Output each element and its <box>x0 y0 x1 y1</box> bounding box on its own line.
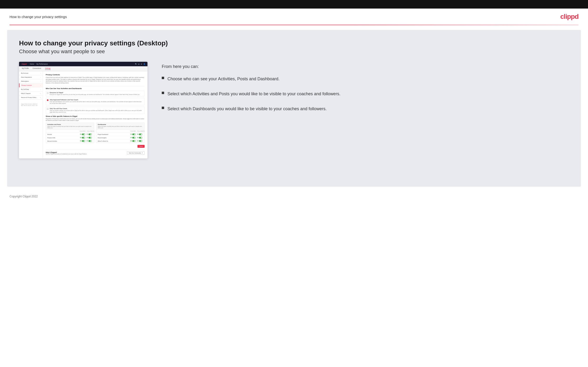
mock-row-workOn-coach-toggle: ON <box>130 140 136 142</box>
mock-row-manual-label: Manual Activities <box>47 140 79 142</box>
bullet-item-1: Choose who can see your Activities, Post… <box>162 76 569 82</box>
mock-sidebar-golfbag-label: My Golf Bag <box>21 89 29 90</box>
external-link-icon: ↗ <box>40 97 41 98</box>
mock-subnav: My Profile Connections Settings <box>19 66 147 71</box>
bullet-item-2: Select which Activities and Posts you wo… <box>162 91 569 97</box>
mock-community-button[interactable]: Visit Our Community ↗ <box>127 151 145 155</box>
mock-save-row: Save <box>46 145 145 148</box>
mock-dashboards-row-player: Player Dashboard ON ON <box>96 133 144 136</box>
bullet-text-1: Choose who can see your Activities, Post… <box>167 76 279 82</box>
mock-search-icon: 🔍 <box>135 63 137 65</box>
mock-settings-icon: ⚙ <box>141 63 142 65</box>
mock-body: My Account › Data Integrations › Subscri… <box>19 71 147 158</box>
bullet-square-2 <box>162 92 164 94</box>
mock-row-rounds-coach-toggle: ON <box>79 133 86 135</box>
chevron-right-icon: › <box>40 76 41 78</box>
mock-row-workOn-follower-toggle: ON <box>136 140 143 142</box>
mock-sidebar-subscription-label: Subscription <box>21 81 29 82</box>
mock-sidebar-account-label: My Account <box>21 72 28 74</box>
mock-activities-col-headers: COACHES FOLLOWERS <box>46 130 94 133</box>
mock-save-button[interactable]: Save <box>138 145 145 148</box>
mock-radio-everyone-content: Everyone on Clippd Everyone on Clippd ca… <box>50 92 140 95</box>
mock-dashboards-followers-header: FOLLOWERS <box>137 130 143 132</box>
mock-who-title: Who Can See Your Activities and Dashboar… <box>46 88 145 89</box>
mock-sidebar-help-label: Help & Support <box>21 93 31 94</box>
mock-privacy-desc: Control how you and your data appears to… <box>46 77 145 84</box>
mock-dashboards-header: Dashboards Select the types of activity … <box>96 123 144 130</box>
header: How to change your privacy settings clip… <box>0 8 588 25</box>
mock-feature-tables: Activities and Posts Select the types of… <box>46 123 145 143</box>
mock-row-player-coach-toggle: ON <box>130 133 136 135</box>
mock-help-desc: Visit our Clippd community to troublesho… <box>46 153 87 155</box>
page-title: How to change your privacy settings (Des… <box>19 39 569 47</box>
chevron-right-icon: › <box>40 84 41 86</box>
mock-dashboards-col-headers: COACHES FOLLOWERS <box>96 130 144 133</box>
mock-avatar-icon: 👤 <box>143 63 145 65</box>
mock-subnav-connections: Connections <box>33 67 41 70</box>
mock-dashboards-row-workOn: What To Work On ON ON <box>96 139 144 143</box>
mock-nav-links: Home My Performance <box>30 63 48 65</box>
mock-row-manual-coach-toggle: ON <box>79 140 86 142</box>
mock-radio-followers-desc: Only approved followers and coaches you … <box>50 101 143 104</box>
mock-sidebar-version: Clippd Client Version: 2022.8.2SQL Serve… <box>19 101 43 108</box>
mock-nav-performance: My Performance <box>36 63 48 65</box>
right-panel: From here you can: Choose who can see yo… <box>162 62 569 121</box>
logo: clippd <box>560 13 579 20</box>
mock-radio-coach-only-circle <box>47 108 49 110</box>
mock-subnav-settings: Settings <box>45 67 51 70</box>
mock-row-rounds-label: Rounds <box>47 134 79 135</box>
mock-row-player-follower-toggle: ON <box>136 133 143 135</box>
mock-nav-bar: clippd Home My Performance 🔍 ⊞ ⚙ 👤 <box>19 62 147 66</box>
mock-sidebar-golfbag: My Golf Bag › <box>19 87 43 92</box>
mock-sidebar-privacy-label: Privacy Controls <box>21 84 32 86</box>
header-title: How to change your privacy settings <box>9 15 67 19</box>
mock-sidebar-account: My Account › <box>19 71 43 75</box>
external-link-icon: ↗ <box>40 93 41 94</box>
mock-show-title: Show or hide specific features in Clippd <box>46 116 145 117</box>
bullet-text-3: Select which Dashboards you would like t… <box>167 106 327 112</box>
mock-activities-followers-header: FOLLOWERS <box>87 130 93 132</box>
mock-row-rounds-follower-toggle: ON <box>86 133 93 135</box>
mock-radio-followers: Only Approved Followers and Your Coach O… <box>46 98 145 105</box>
mock-radio-followers-label: Only Approved Followers and Your Coach <box>50 99 143 100</box>
mock-dashboards-coaches-header: COACHES <box>130 130 136 132</box>
mock-row-insights-follower-toggle: ON <box>136 137 143 139</box>
mock-sidebar-subscription: Subscription › <box>19 79 43 83</box>
mock-radio-everyone-circle <box>47 92 49 94</box>
mock-sidebar-service-label: Service & Privacy Policy <box>21 97 36 98</box>
bullet-text-2: Select which Activities and Posts you wo… <box>167 91 340 97</box>
mock-radio-everyone: Everyone on Clippd Everyone on Clippd ca… <box>46 91 145 97</box>
mock-help-text: Help & Support Visit our Clippd communit… <box>46 151 87 155</box>
mock-logo: clippd <box>21 63 27 65</box>
mock-radio-coach-only-content: Only You and Your Coach Only you and the… <box>50 108 143 113</box>
bullet-item-3: Select which Dashboards you would like t… <box>162 106 569 112</box>
mock-help-title: Help & Support <box>46 151 87 153</box>
mock-grid-icon: ⊞ <box>138 63 139 65</box>
mock-activities-row-manual: Manual Activities ON ON <box>46 139 94 143</box>
mock-sidebar-service: Service & Privacy Policy ↗ <box>19 95 43 100</box>
mock-radio-followers-content: Only Approved Followers and Your Coach O… <box>50 99 143 104</box>
mock-help-section: Help & Support Visit our Clippd communit… <box>46 150 145 156</box>
bullet-square-3 <box>162 107 164 109</box>
mock-nav-icons: 🔍 ⊞ ⚙ 👤 <box>135 63 145 65</box>
header-divider <box>9 25 579 25</box>
mock-show-desc: Regardless of the privacy controls that … <box>46 118 145 121</box>
mock-radio-coach-only-desc: Only you and the coaches you connect wit… <box>50 110 143 113</box>
mock-row-drills-coach-toggle: ON <box>79 137 86 139</box>
mock-row-insights-coach-toggle: ON <box>130 137 136 139</box>
chevron-right-icon: › <box>40 81 41 82</box>
mock-row-drills-label: Practice Drills <box>47 137 79 139</box>
mock-main-panel: Privacy Controls Control how you and you… <box>43 71 147 158</box>
mock-activities-header: Activities and Posts Select the types of… <box>46 123 94 130</box>
mock-sidebar-data: Data Integrations › <box>19 75 43 79</box>
chevron-right-icon: › <box>40 89 41 90</box>
mock-sidebar-help: Help & Support ↗ <box>19 92 43 95</box>
main-content: How to change your privacy settings (Des… <box>7 30 581 187</box>
mock-row-player-label: Player Dashboard <box>98 134 130 135</box>
mock-radio-group: Everyone on Clippd Everyone on Clippd ca… <box>46 91 145 114</box>
mock-radio-coach-only: Only You and Your Coach Only you and the… <box>46 107 145 114</box>
bullet-list: Choose who can see your Activities, Post… <box>162 76 569 112</box>
mock-dashboards-table: Dashboards Select the types of activity … <box>96 123 145 143</box>
mock-dashboards-row-insights: Round Insights ON ON <box>96 136 144 139</box>
mock-sidebar-privacy: Privacy Controls › <box>19 83 43 87</box>
